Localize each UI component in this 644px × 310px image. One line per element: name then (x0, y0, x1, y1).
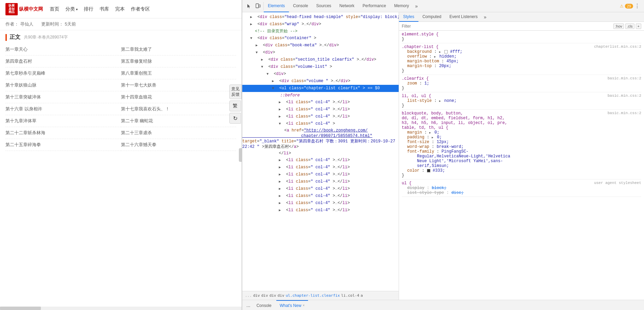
dom-node-pseudo[interactable]: ::before (242, 92, 399, 99)
dom-node[interactable]: ▼ <div class="container" > (242, 35, 399, 42)
devtools-menu-icon[interactable]: ⋮ (634, 3, 640, 9)
chapter-item[interactable]: 第十九章淬体草 (5, 115, 121, 127)
nav-complete[interactable]: 完本 (115, 6, 125, 12)
dom-content[interactable]: ▶ <div class="head-fixed head-simple" st… (242, 12, 399, 291)
nav-home[interactable]: 首页 (50, 6, 59, 12)
dom-node[interactable]: ▶ <li class=" col-4" >…</li> (242, 106, 399, 113)
scrollbar-thumb[interactable] (0, 307, 41, 310)
dom-node[interactable]: ▶ <li class=" col-4" >…</li> (242, 113, 399, 120)
dom-node[interactable]: ▶ <li class=" col-4" >…</li> (242, 157, 399, 164)
expand-arrow[interactable]: ▶ (279, 193, 283, 199)
dom-node-a[interactable]: <a href="http://book.zongheng.com/ chapt… (242, 127, 399, 150)
dom-node[interactable]: ▶ <div class="section_title clearfix" >…… (242, 56, 399, 63)
style-prop[interactable]: background : ▶ #fff; (402, 49, 641, 54)
breadcrumb-item[interactable]: a (361, 293, 363, 298)
dom-node[interactable]: ▶ <div class="wrap" >…</div> (242, 21, 399, 28)
nav-rank[interactable]: 排行 (84, 6, 93, 12)
expand-arrow[interactable]: ▶ (279, 157, 283, 164)
style-prop[interactable]: display : block; (402, 186, 641, 190)
styles-tab-more[interactable]: » (482, 14, 489, 20)
dom-node-selected[interactable]: ▼ <ul class="chapter-list clearfix" > ==… (242, 85, 399, 92)
dom-node[interactable]: ▶ <li class=" col-4" >…</li> (242, 178, 399, 185)
chapter-item[interactable]: 第十章妖狼山脉 (5, 79, 121, 91)
dom-node[interactable]: ▶ <li class=" col-4" >…</li> (242, 207, 399, 214)
breadcrumb-item[interactable]: div (261, 293, 268, 298)
chapter-item[interactable]: 第五章修复经脉 (121, 56, 236, 67)
expand-arrow[interactable]: ▼ (250, 35, 255, 42)
chapter-item[interactable]: 第七章秒杀引灵巅峰 (5, 67, 121, 79)
traditional-btn[interactable]: 繁 (229, 100, 241, 111)
dom-node[interactable]: ▶ <div class="head-fixed head-simple" st… (242, 14, 399, 21)
color-swatch-fff[interactable] (444, 50, 448, 53)
dom-node[interactable]: ▼ <div> (242, 49, 399, 56)
expand-arrow[interactable]: ▼ (261, 64, 266, 70)
style-prop[interactable]: overflow : ▶ hidden; (402, 54, 641, 59)
expand-arrow[interactable]: ▶ (279, 207, 283, 214)
chapter-item[interactable]: 第二章我太难了 (121, 44, 236, 56)
tab-sources[interactable]: Sources (312, 0, 335, 12)
dom-node[interactable]: ▼ <div> (242, 71, 399, 78)
breadcrumb-item[interactable]: li.col-4 (341, 293, 359, 298)
chapter-item[interactable]: 第十六章 以身相许 (5, 103, 121, 115)
style-prop[interactable]: list-style : ▶ none; (402, 98, 641, 103)
tab-whats-new[interactable]: What's New × (276, 300, 308, 310)
tab-computed[interactable]: Computed (418, 12, 445, 22)
expand-arrow[interactable]: ▶ (272, 78, 277, 84)
style-prop[interactable]: color : #333; (402, 168, 641, 173)
dom-node-comment[interactable]: <!-- 目录页开始 --> (242, 28, 399, 35)
tab-network[interactable]: Network (335, 0, 358, 12)
attr-href[interactable]: "http://book.zongheng.com/ chapter/89607… (242, 128, 372, 138)
dom-node[interactable]: ▶ <div class="volume " >…</div> (242, 78, 399, 85)
expand-arrow[interactable]: ▶ (279, 200, 283, 206)
chapter-item[interactable]: 第十四章血狼花 (121, 91, 236, 103)
chapter-item[interactable]: 第十七章我喜欢石头、！ (121, 103, 236, 115)
expand-arrow[interactable]: ▶ (279, 165, 283, 171)
expand-arrow[interactable]: ▼ (272, 86, 277, 92)
chapter-item[interactable]: 第八章重创熊王 (121, 67, 236, 79)
chapter-item[interactable]: 第十一章七大妖兽 (121, 79, 236, 91)
expand-arrow[interactable]: ▶ (261, 57, 266, 63)
device-icon[interactable] (254, 2, 262, 10)
expand-arrow[interactable]: ▼ (256, 50, 260, 56)
tab-styles[interactable]: Styles (399, 12, 418, 22)
chapter-item[interactable]: 第二十二章斩杀林海 (5, 127, 121, 139)
style-prop[interactable]: font-family : PingFangSC- Regular,Helvet… (402, 149, 641, 168)
color-swatch-333[interactable] (427, 169, 430, 172)
dom-node[interactable]: ▶ <li class=" col-4" >…</li> (242, 99, 399, 106)
whats-new-close[interactable]: × (303, 304, 305, 307)
feedback-button[interactable]: 意见 反馈 (229, 84, 242, 99)
dom-node[interactable]: ▶ <li class=" col-4" >…</li> (242, 164, 399, 171)
dom-node[interactable]: ▼ <li class=" col-4" > (242, 120, 399, 127)
dom-node[interactable]: ▶ <div class="book-meta" >…</div> (242, 42, 399, 49)
dom-node[interactable]: ▶ <li class=" col-4" >…</li> (242, 192, 399, 200)
refresh-btn[interactable]: ↻ (229, 113, 241, 124)
expand-arrow[interactable]: ▶ (250, 21, 255, 28)
panel-drag-handle[interactable] (239, 148, 242, 162)
filter-input[interactable] (402, 24, 613, 29)
breadcrumb-item[interactable]: div (278, 293, 285, 298)
style-prop[interactable]: margin : ▶ 0; (402, 130, 641, 135)
expand-arrow[interactable]: ▶ (279, 114, 283, 120)
tab-console[interactable]: Console (289, 0, 312, 12)
chapter-item[interactable]: 第十三章突破淬体 (5, 91, 121, 103)
cursor-icon[interactable] (245, 2, 253, 10)
style-prop[interactable]: font-size : 12px; (402, 140, 641, 144)
expand-arrow[interactable]: ▶ (250, 14, 255, 20)
style-prop[interactable]: padding : ▶ 0; (402, 135, 641, 140)
chapter-item[interactable]: 第二十五章碎海拳 (5, 139, 121, 151)
style-prop[interactable]: margin-bottom : 45px; (402, 59, 641, 64)
chapter-item[interactable]: 第二十六章憾天拳 (121, 139, 236, 151)
dom-node[interactable]: ▶ <li class=" col-4" >…</li> (242, 200, 399, 207)
chapter-item[interactable]: 第一章天心 (5, 44, 121, 56)
style-prop[interactable]: list-style-type : disc; (402, 190, 641, 195)
style-prop[interactable]: margin-top : 20px; (402, 64, 641, 68)
tab-console-bottom[interactable]: Console (253, 300, 275, 310)
style-prop[interactable]: word-wrap : break-word; (402, 144, 641, 149)
expand-arrow[interactable]: ▼ (266, 71, 271, 77)
nav-library[interactable]: 书库 (99, 6, 109, 12)
breadcrumb-item-selected[interactable]: ul.chapter-list.clearfix (286, 293, 340, 298)
breadcrumb-item[interactable]: div (253, 293, 260, 298)
chapter-item[interactable]: 第二十章 幽蛇花 (121, 115, 236, 127)
cls-button[interactable]: .cls (625, 24, 634, 29)
expand-arrow[interactable]: ▶ (256, 43, 260, 49)
